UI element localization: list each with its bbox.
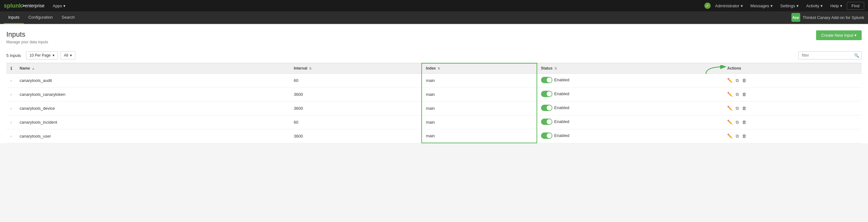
interval-sort-icon: ⇅ [309,67,311,70]
create-btn-label: Create New Input ▾ [821,33,857,38]
nav-right-section: ✓ Administrator ▾ Messages ▾ Settings ▾ … [704,0,864,11]
row-expand-1[interactable]: › [6,73,16,87]
settings-label: Settings [780,3,795,8]
page-header-left: Inputs Manage your data inputs [6,30,48,44]
inputs-count: 5 Inputs [6,53,21,58]
col-header-name[interactable]: Name ▲ [16,63,290,73]
edit-icon-3[interactable]: ✏️ [727,106,733,111]
enterprise-text: enterprise [25,3,44,8]
toggle-switch-5[interactable] [541,133,552,139]
row-interval-4: 60 [290,115,422,129]
help-menu[interactable]: Help ▾ [827,0,845,11]
filter-chevron-icon: ▾ [70,53,72,58]
expand-chevron-icon: › [10,106,12,111]
delete-icon-5[interactable]: 🗑 [742,134,746,139]
edit-icon-2[interactable]: ✏️ [727,92,733,97]
messages-menu[interactable]: Messages ▾ [747,0,776,11]
input-name-text: canarytools_canarytoken [20,92,65,97]
input-name-text: canarytools_audit [20,78,52,83]
index-value: main [426,92,435,97]
subnav-configuration-label: Configuration [28,15,53,20]
clone-icon-2[interactable]: ⧉ [736,92,739,97]
actions-group-2: ✏️ ⧉ 🗑 [727,92,858,97]
apps-menu[interactable]: Apps ▾ [50,0,69,11]
actions-group-3: ✏️ ⧉ 🗑 [727,106,858,111]
filter-dropdown[interactable]: All ▾ [60,51,75,60]
edit-icon-5[interactable]: ✏️ [727,134,733,139]
find-button[interactable]: Find [847,2,864,10]
row-expand-4[interactable]: › [6,115,16,129]
app-icon-badge: App [792,13,800,22]
table-body: › canarytools_audit 60 main Enable [6,73,862,143]
interval-value: 3600 [294,134,303,139]
row-name-2: canarytools_canarytoken [16,87,290,101]
actions-group-5: ✏️ ⧉ 🗑 [727,134,858,139]
splunk-logo: splunk>enterprise [4,3,44,9]
index-value: main [426,120,435,124]
input-name-text: canarytools_device [20,106,55,111]
row-name-3: canarytools_device [16,101,290,115]
row-expand-3[interactable]: › [6,101,16,115]
actions-group-1: ✏️ ⧉ 🗑 [727,78,858,83]
filter-search-wrap: 🔍 [798,51,862,60]
main-content: Inputs Manage your data inputs Create Ne… [0,24,868,143]
col-header-info: ℹ [6,63,16,73]
per-page-label: 10 Per Page [29,53,51,58]
interval-value: 3600 [294,106,303,111]
filter-label: All [64,53,68,58]
subnav-app-info: App Thinkst Canary Add-on for Splunk [792,11,864,24]
row-status-4: Enabled [537,115,724,129]
edit-icon-1[interactable]: ✏️ [727,78,733,83]
delete-icon-2[interactable]: 🗑 [742,92,746,97]
toggle-switch-3[interactable] [541,105,552,111]
status-toggle-1: Enabled [541,77,569,83]
subnav-inputs-label: Inputs [8,15,19,20]
inputs-table: ℹ Name ▲ Interval ⇅ Index ⇅ Status ⇅ [6,63,862,143]
name-sort-icon: ▲ [32,67,35,70]
delete-icon-3[interactable]: 🗑 [742,106,746,111]
index-value: main [426,106,435,111]
row-expand-2[interactable]: › [6,87,16,101]
table-row: › canarytools_incident 60 main Ena [6,115,862,129]
toggle-switch-2[interactable] [541,91,552,97]
row-actions-3: ✏️ ⧉ 🗑 [723,101,862,115]
delete-icon-4[interactable]: 🗑 [742,119,746,124]
activity-label: Activity [806,3,819,8]
row-index-2: main [422,87,536,101]
toggle-switch-1[interactable] [541,77,552,83]
clone-icon-1[interactable]: ⧉ [736,78,739,83]
clone-icon-5[interactable]: ⧉ [736,134,739,139]
row-name-5: canarytools_user [16,129,290,143]
activity-chevron-icon: ▾ [820,3,823,8]
clone-icon-4[interactable]: ⧉ [736,119,739,125]
per-page-dropdown[interactable]: 10 Per Page ▾ [26,51,58,60]
filter-input[interactable] [798,51,862,60]
subnav-configuration[interactable]: Configuration [24,11,57,24]
subnav-search-label: Search [62,15,75,20]
status-check-icon: ✓ [706,3,709,8]
expand-chevron-icon: › [10,134,12,139]
row-index-4: main [422,115,536,129]
delete-icon-1[interactable]: 🗑 [742,78,746,83]
find-label: Find [851,3,860,8]
clone-icon-3[interactable]: ⧉ [736,106,739,111]
col-header-status[interactable]: Status ⇅ [537,63,724,73]
apps-label: Apps [53,3,62,8]
edit-icon-4[interactable]: ✏️ [727,119,733,124]
create-new-input-button[interactable]: Create New Input ▾ [816,30,862,40]
toggle-label-4: Enabled [554,119,569,124]
administrator-menu[interactable]: Administrator ▾ [712,0,746,11]
actions-group-4: ✏️ ⧉ 🗑 [727,119,858,125]
subnav-search[interactable]: Search [57,11,79,24]
settings-menu[interactable]: Settings ▾ [777,0,802,11]
row-expand-5[interactable]: › [6,129,16,143]
subnav-inputs[interactable]: Inputs [4,11,24,24]
toggle-switch-4[interactable] [541,119,552,125]
row-index-1: main [422,73,536,87]
input-name-text: canarytools_incident [20,120,57,124]
col-header-interval[interactable]: Interval ⇅ [290,63,422,73]
activity-menu[interactable]: Activity ▾ [803,0,826,11]
row-status-3: Enabled [537,101,724,115]
index-value: main [426,134,435,138]
col-header-index[interactable]: Index ⇅ [422,63,536,73]
